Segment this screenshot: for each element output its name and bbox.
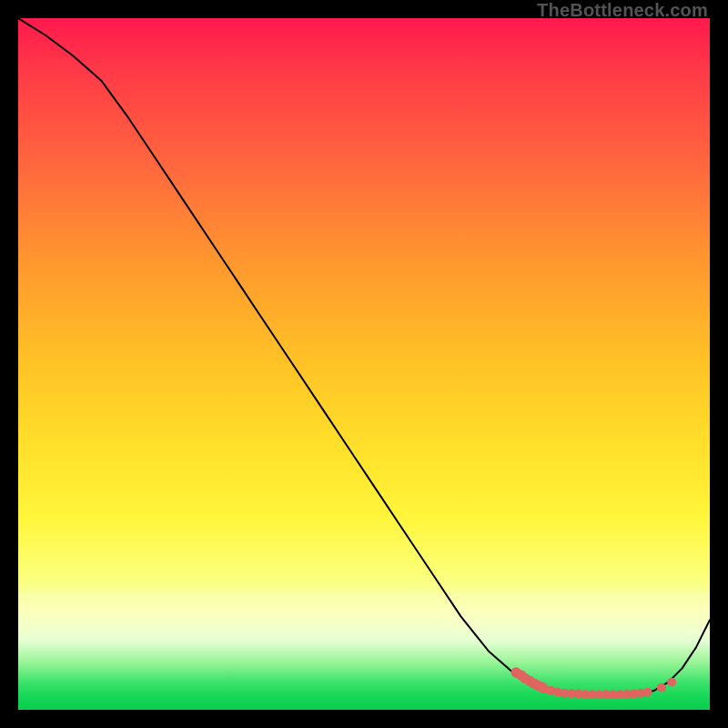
- marker-dot: [657, 683, 666, 693]
- marker-dot: [643, 688, 652, 697]
- highlight-band: [18, 592, 710, 634]
- marker-dot: [667, 678, 676, 687]
- plot-area: [18, 18, 710, 710]
- chart-container: TheBottleneck.com: [0, 0, 728, 728]
- chart-svg: [18, 18, 710, 710]
- marker-dots: [511, 667, 677, 699]
